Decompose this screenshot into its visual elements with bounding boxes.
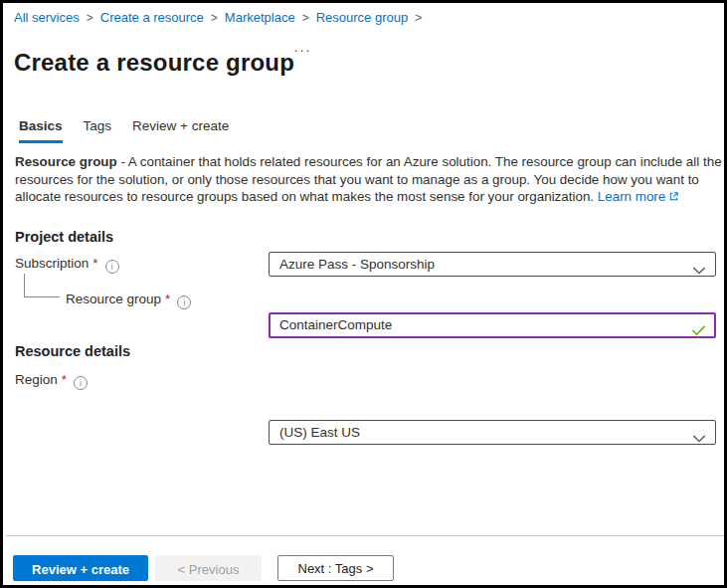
breadcrumb: All services>Create a resource>Marketpla…: [14, 10, 429, 25]
subscription-value: Azure Pass - Sponsorship: [279, 257, 435, 272]
required-asterisk: *: [62, 372, 67, 387]
info-icon[interactable]: i: [74, 376, 88, 390]
tab-basics[interactable]: Basics: [19, 118, 63, 143]
create-resource-group-page: All services>Create a resource>Marketpla…: [0, 0, 727, 588]
description-line-3: allocate resources to resource groups ba…: [15, 188, 722, 207]
ellipsis-menu-icon[interactable]: ···: [293, 41, 311, 58]
breadcrumb-separator-icon: >: [302, 11, 309, 25]
description-text: - A container that holds related resourc…: [117, 154, 722, 169]
chevron-down-icon: [692, 428, 706, 451]
next-tags-button[interactable]: Next : Tags >: [277, 555, 394, 581]
breadcrumb-separator-icon: >: [87, 11, 93, 25]
description-term: Resource group: [15, 154, 117, 169]
resource-group-label: Resource group*i: [66, 292, 191, 309]
breadcrumb-resource-group[interactable]: Resource group: [316, 10, 409, 25]
checkmark-icon: [691, 321, 706, 343]
breadcrumb-marketplace[interactable]: Marketplace: [225, 10, 295, 25]
region-label-text: Region: [15, 372, 58, 387]
project-details-heading: Project details: [15, 229, 113, 245]
region-value: (US) East US: [279, 425, 360, 440]
resource-group-label-text: Resource group: [66, 292, 161, 306]
external-link-icon: [668, 189, 679, 207]
field-connector-horizontal: [24, 296, 60, 297]
resource-group-description: Resource group - A container that holds …: [15, 153, 722, 207]
info-icon[interactable]: i: [105, 260, 119, 274]
chevron-down-icon: [692, 260, 706, 283]
learn-more-link[interactable]: Learn more: [598, 189, 665, 204]
required-asterisk: *: [165, 292, 170, 306]
region-label: Region*i: [15, 372, 88, 390]
breadcrumb-separator-icon: >: [415, 11, 422, 25]
subscription-select[interactable]: Azure Pass - Sponsorship: [269, 252, 716, 277]
tab-tags[interactable]: Tags: [84, 118, 112, 143]
info-icon[interactable]: i: [177, 295, 191, 309]
footer-separator: [6, 535, 727, 536]
tab-bar: Basics Tags Review + create: [19, 118, 250, 143]
breadcrumb-separator-icon: >: [211, 11, 218, 25]
review-create-button[interactable]: Review + create: [13, 555, 148, 581]
field-connector-vertical: [24, 274, 25, 297]
subscription-label-text: Subscription: [15, 256, 89, 271]
subscription-label: Subscription*i: [15, 256, 119, 274]
breadcrumb-all-services[interactable]: All services: [14, 10, 80, 25]
description-line-2: resources for the solution, or only thos…: [15, 171, 722, 189]
region-select[interactable]: (US) East US: [269, 420, 716, 445]
required-asterisk: *: [92, 256, 97, 271]
previous-button[interactable]: < Previous: [155, 555, 262, 581]
page-title: Create a resource group: [14, 49, 294, 77]
description-text: allocate resources to resource groups ba…: [15, 189, 594, 204]
breadcrumb-create-a-resource[interactable]: Create a resource: [100, 10, 204, 25]
description-line-1: Resource group - A container that holds …: [15, 153, 722, 171]
resource-group-input[interactable]: ContainerCompute: [269, 312, 716, 338]
resource-group-value: ContainerCompute: [279, 317, 392, 332]
tab-review-create[interactable]: Review + create: [132, 118, 229, 143]
resource-details-heading: Resource details: [15, 343, 130, 359]
